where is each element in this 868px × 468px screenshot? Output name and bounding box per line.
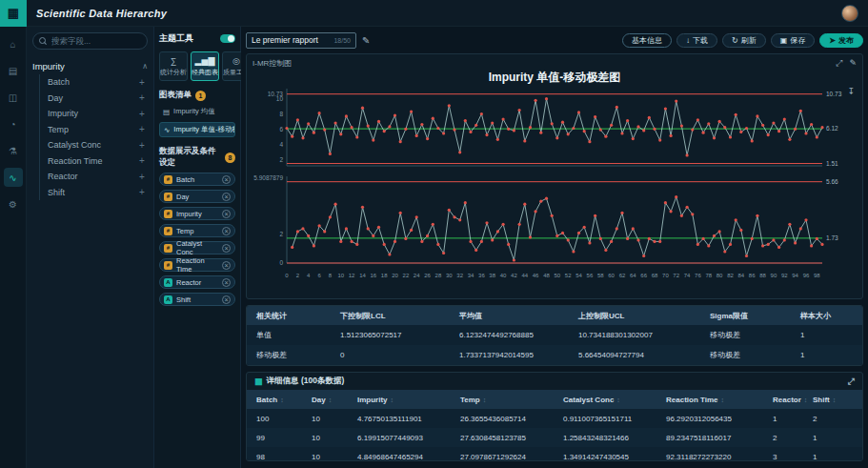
- sort-icon[interactable]: ↕: [483, 397, 487, 403]
- refresh-button[interactable]: ↻刷新: [722, 33, 766, 48]
- field-chip-reactor[interactable]: AReactor×: [159, 275, 235, 289]
- rail-item-analytics[interactable]: ∿: [4, 168, 23, 187]
- stats-header-row: 相关统计下控制限LCL平均值上控制限UCLSigma限值样本大小: [247, 306, 862, 325]
- chart-list-item-impurity-imr[interactable]: ∿Impurity 单值-移动极差图: [159, 122, 235, 137]
- svg-text:96: 96: [803, 273, 810, 278]
- add-field-button[interactable]: +: [136, 77, 148, 88]
- details-cell: 10: [312, 415, 357, 423]
- chart-list-item-impurity-mean[interactable]: ▤Impurity 均值: [159, 104, 235, 119]
- details-header-reactor[interactable]: Reactor↕: [773, 396, 813, 404]
- edit-report-name-icon[interactable]: ✎: [362, 35, 370, 46]
- add-field-button[interactable]: +: [136, 187, 148, 197]
- field-chip-temp[interactable]: #Temp×: [159, 224, 235, 237]
- char-counter: 18/50: [333, 37, 351, 44]
- publish-button[interactable]: ➤发布: [819, 33, 863, 48]
- save-button[interactable]: ▣保存: [771, 33, 816, 48]
- field-chip-day[interactable]: #Day×: [159, 190, 235, 203]
- sort-icon[interactable]: ↕: [833, 397, 837, 403]
- add-field-button[interactable]: +: [136, 140, 148, 151]
- expand-chart-icon[interactable]: ⤢: [836, 58, 842, 69]
- remove-field-icon[interactable]: ×: [222, 295, 231, 304]
- rail-item-experiments[interactable]: ⚗: [4, 141, 23, 160]
- remove-field-icon[interactable]: ×: [222, 210, 231, 218]
- sort-icon[interactable]: ↕: [329, 397, 333, 403]
- details-header-shift[interactable]: Shift↕: [813, 396, 853, 404]
- field-chip-catalyst-conc[interactable]: #Catalyst Conc×: [159, 241, 235, 254]
- table-row[interactable]: 99106.1991507744909327.63084581237851.25…: [247, 428, 862, 447]
- tree-item-reactor[interactable]: Reactor+: [48, 169, 148, 185]
- table-row[interactable]: 98104.8496864746529427.09786712926241.34…: [247, 447, 862, 461]
- tree-item-reaction-time[interactable]: Reaction Time+: [48, 153, 148, 170]
- details-cell: 4.76750135111901: [357, 415, 460, 423]
- tree-item-catalyst-conc[interactable]: Catalyst Conc+: [48, 137, 148, 153]
- app-title: Scientific Data Hierarchy: [36, 8, 167, 19]
- details-header-impurity[interactable]: Impurity↕: [357, 396, 460, 404]
- chart-title: Impurity 单值-移动极差图: [252, 70, 857, 86]
- sort-icon[interactable]: ↕: [804, 397, 808, 403]
- svg-text:8: 8: [329, 273, 333, 278]
- tree-item-impurity[interactable]: Impurity+: [48, 106, 148, 122]
- add-field-button[interactable]: +: [136, 109, 148, 119]
- stats-row: 移动极差01.73371379420145955.66454094727794移…: [247, 345, 862, 365]
- field-chip-label: Shift: [176, 295, 191, 304]
- svg-text:98: 98: [814, 273, 820, 278]
- sort-icon[interactable]: ↕: [280, 397, 284, 403]
- remove-field-icon[interactable]: ×: [222, 227, 231, 235]
- add-field-button[interactable]: +: [136, 124, 148, 134]
- rail-item-alerts[interactable]: ◔: [4, 114, 23, 133]
- moving-range-chart[interactable]: 5.9087879205.661.73024681012141618202224…: [252, 173, 857, 282]
- tree-item-day[interactable]: Day+: [48, 91, 148, 107]
- add-field-button[interactable]: +: [136, 92, 148, 103]
- add-field-button[interactable]: +: [136, 155, 148, 166]
- nav-rail: ⌂▤◫◔⚗∿⚙: [0, 27, 27, 468]
- download-chart-icon[interactable]: ↧: [847, 87, 855, 96]
- expand-details-icon[interactable]: ⤢: [848, 376, 855, 387]
- details-header-reaction-time[interactable]: Reaction Time↕: [666, 396, 773, 404]
- details-cell: 10: [312, 453, 357, 461]
- field-type-icon: #: [164, 175, 172, 184]
- sort-icon[interactable]: ↕: [616, 397, 620, 403]
- edit-chart-icon[interactable]: ✎: [849, 58, 857, 69]
- app-logo-icon[interactable]: ▦: [0, 0, 27, 27]
- field-chip-shift[interactable]: AShift×: [159, 293, 235, 306]
- tree-item-batch[interactable]: Batch+: [48, 74, 148, 91]
- rail-item-datasets[interactable]: ▤: [4, 61, 23, 80]
- individuals-chart[interactable]: 10.7310864210.736.121.51: [252, 86, 857, 173]
- tree-item-temp[interactable]: Temp+: [48, 122, 148, 138]
- field-type-icon: #: [164, 193, 172, 201]
- remove-field-icon[interactable]: ×: [222, 278, 231, 287]
- remove-field-icon[interactable]: ×: [222, 193, 231, 201]
- svg-text:72: 72: [673, 273, 679, 278]
- user-avatar[interactable]: [841, 5, 858, 22]
- rail-item-settings[interactable]: ⚙: [4, 194, 23, 214]
- details-header-day[interactable]: Day↕: [312, 396, 357, 404]
- field-chip-impurity[interactable]: #Impurity×: [159, 207, 235, 220]
- download-button[interactable]: ↓下载: [676, 33, 717, 48]
- report-name-input[interactable]: [252, 35, 333, 45]
- rail-item-projects[interactable]: ◫: [4, 88, 23, 107]
- category-classic-charts[interactable]: ▂▅▇经典图表: [191, 51, 219, 81]
- details-header-row: Batch↕Day↕Impurity↕Temp↕Catalyst Conc↕Re…: [247, 390, 862, 409]
- category-stats-analysis[interactable]: ∑统计分析: [159, 51, 188, 81]
- stats-header-cell: 下控制限LCL: [340, 311, 459, 321]
- sort-icon[interactable]: ↕: [721, 397, 725, 403]
- collapse-caret-icon[interactable]: ∧: [142, 62, 148, 71]
- table-row[interactable]: 100104.7675013511190126.36554360857140.9…: [247, 409, 862, 428]
- details-header-temp[interactable]: Temp↕: [460, 396, 563, 404]
- field-chip-batch[interactable]: #Batch×: [159, 173, 235, 186]
- details-header-batch[interactable]: Batch↕: [256, 396, 312, 404]
- sort-icon[interactable]: ↕: [391, 397, 394, 403]
- field-chip-reaction-time[interactable]: #Reaction Time×: [159, 258, 235, 272]
- details-header-catalyst-conc[interactable]: Catalyst Conc↕: [563, 396, 666, 404]
- tree-root-impurity[interactable]: Impurity ∧: [32, 57, 148, 74]
- tree-item-shift[interactable]: Shift+: [48, 185, 148, 201]
- tools-header: 主题工具: [159, 32, 235, 45]
- add-field-button[interactable]: +: [136, 172, 148, 182]
- remove-field-icon[interactable]: ×: [222, 175, 231, 184]
- basic-info-button[interactable]: 基本信息: [622, 33, 672, 48]
- remove-field-icon[interactable]: ×: [222, 261, 231, 270]
- rail-item-home[interactable]: ⌂: [4, 34, 23, 53]
- remove-field-icon[interactable]: ×: [222, 244, 231, 253]
- tools-toggle[interactable]: [220, 34, 235, 43]
- search-input[interactable]: [51, 36, 141, 46]
